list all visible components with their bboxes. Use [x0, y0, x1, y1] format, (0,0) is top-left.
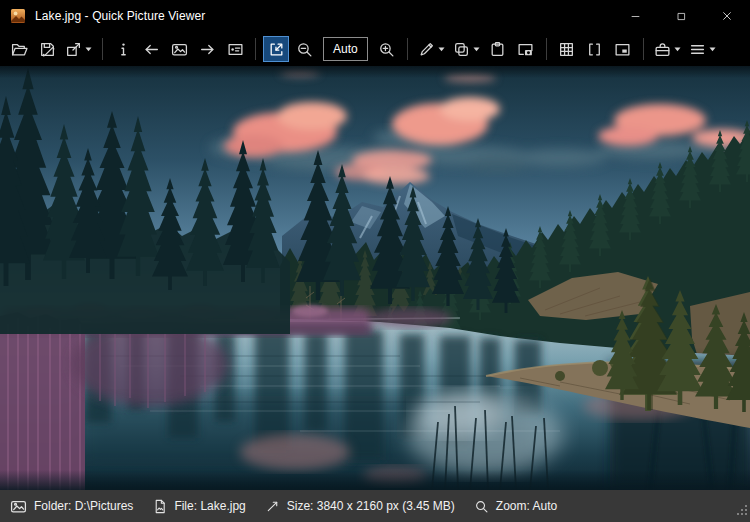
diagonal-arrow-icon: [265, 499, 280, 514]
zoom-in-button[interactable]: [374, 36, 400, 62]
dropdown-caret-icon: [85, 47, 92, 52]
arrow-left-icon: [143, 41, 160, 58]
bottom-vignette: [0, 470, 750, 490]
export-icon: [65, 41, 82, 58]
pip-icon: [614, 41, 631, 58]
image-info-button[interactable]: [110, 36, 136, 62]
arrow-right-icon: [199, 41, 216, 58]
auto-zoom-button[interactable]: [263, 36, 289, 62]
top-vignette: [0, 66, 750, 78]
status-folder: Folder: D:\Pictures: [10, 498, 133, 515]
zoom-in-icon: [378, 41, 395, 58]
resize-grip-icon: [736, 504, 748, 516]
magnifier-icon: [474, 499, 489, 514]
status-bar: Folder: D:\PicturesFile: Lake.jpgSize: 3…: [0, 490, 750, 522]
copy-icon: [453, 41, 470, 58]
dropdown-caret-icon: [674, 47, 681, 52]
status-folder-label: Folder: D:\Pictures: [34, 499, 133, 513]
minimize-button[interactable]: [612, 0, 658, 32]
picture-icon: [171, 41, 188, 58]
dropdown-caret-icon: [709, 47, 716, 52]
toolbar-separator: [102, 38, 103, 60]
close-icon: [721, 10, 733, 22]
tools-button[interactable]: [651, 36, 684, 62]
status-file: File: Lake.jpg: [152, 499, 245, 514]
dropdown-caret-icon: [438, 47, 445, 52]
grid-icon: [558, 41, 575, 58]
toolbar-separator: [255, 38, 256, 60]
toolbar-separator: [643, 38, 644, 60]
dropdown-caret-icon: [473, 47, 480, 52]
toolbar: Auto: [0, 32, 750, 66]
checkerboard-background-button[interactable]: [554, 36, 580, 62]
app-window: Lake.jpg - Quick Picture Viewer Auto: [0, 0, 750, 522]
maximize-icon: [676, 11, 687, 22]
picture-in-picture-button[interactable]: [610, 36, 636, 62]
save-icon: [39, 41, 56, 58]
zoom-out-button[interactable]: [291, 36, 317, 62]
open-button[interactable]: [6, 36, 32, 62]
snapshot-icon: [517, 41, 534, 58]
lake-photo: [0, 66, 750, 490]
title-bar: Lake.jpg - Quick Picture Viewer: [0, 0, 750, 32]
zoom-out-icon: [296, 41, 313, 58]
window-title: Lake.jpg - Quick Picture Viewer: [35, 9, 205, 23]
resize-grip[interactable]: [736, 502, 748, 520]
image-browser-button[interactable]: [166, 36, 192, 62]
zoom-level-button[interactable]: Auto: [323, 37, 368, 61]
minimize-icon: [630, 11, 641, 22]
status-file-label: File: Lake.jpg: [174, 499, 245, 513]
close-button[interactable]: [704, 0, 750, 32]
save-as-button[interactable]: [34, 36, 60, 62]
previous-image-button[interactable]: [138, 36, 164, 62]
main-menu-button[interactable]: [686, 36, 719, 62]
fullscreen-button[interactable]: [582, 36, 608, 62]
picture-icon: [10, 498, 27, 515]
file-image-icon: [152, 499, 167, 514]
pencil-icon: [418, 41, 435, 58]
slideshow-icon: [227, 41, 244, 58]
info-icon: [115, 41, 132, 58]
maximize-button[interactable]: [658, 0, 704, 32]
status-zoom: Zoom: Auto: [474, 499, 557, 514]
folder-open-icon: [11, 41, 28, 58]
slideshow-button[interactable]: [222, 36, 248, 62]
status-zoom-label: Zoom: Auto: [496, 499, 557, 513]
image-canvas[interactable]: [0, 66, 750, 490]
menu-icon: [689, 41, 706, 58]
next-image-button[interactable]: [194, 36, 220, 62]
toolbox-icon: [654, 41, 671, 58]
status-size-label: Size: 3840 x 2160 px (3.45 MB): [287, 499, 455, 513]
paste-icon: [489, 41, 506, 58]
app-icon: [10, 8, 26, 24]
window-controls: [612, 0, 750, 32]
edit-button[interactable]: [415, 36, 448, 62]
toolbar-separator: [407, 38, 408, 60]
toolbar-separator: [546, 38, 547, 60]
copy-button[interactable]: [450, 36, 483, 62]
paste-button[interactable]: [485, 36, 511, 62]
status-size: Size: 3840 x 2160 px (3.45 MB): [265, 499, 455, 514]
snapshot-button[interactable]: [513, 36, 539, 62]
auto-zoom-icon: [268, 41, 285, 58]
fullscreen-icon: [586, 41, 603, 58]
export-button[interactable]: [62, 36, 95, 62]
